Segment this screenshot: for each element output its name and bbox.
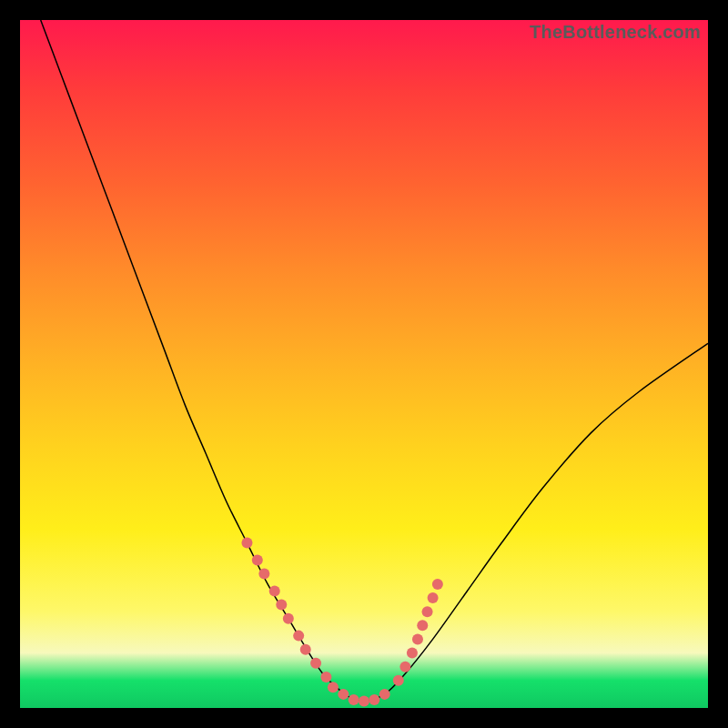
curve-marker — [338, 689, 349, 700]
curve-marker — [320, 672, 331, 682]
curve-marker — [328, 682, 339, 693]
curve-marker — [417, 620, 428, 631]
chart-frame: TheBottleneck.com — [20, 20, 708, 708]
curve-marker — [412, 633, 423, 644]
bottleneck-curve — [41, 20, 708, 702]
curve-marker — [428, 592, 439, 603]
curve-marker — [283, 613, 294, 624]
curve-marker — [300, 644, 311, 655]
curve-marker — [432, 579, 443, 590]
marker-group — [241, 538, 442, 707]
curve-marker — [393, 675, 404, 686]
curve-marker — [379, 689, 390, 700]
curve-marker — [349, 694, 359, 705]
curve-marker — [422, 606, 433, 617]
curve-marker — [241, 538, 252, 549]
curve-marker — [269, 585, 280, 596]
curve-marker — [369, 694, 379, 705]
curve-marker — [276, 600, 287, 611]
curve-marker — [359, 695, 369, 706]
curve-marker — [258, 569, 269, 580]
curve-marker — [252, 554, 263, 565]
curve-marker — [293, 631, 304, 642]
curve-marker — [399, 662, 410, 672]
bottleneck-plot — [20, 20, 708, 708]
curve-marker — [310, 658, 321, 669]
curve-marker — [407, 648, 418, 659]
